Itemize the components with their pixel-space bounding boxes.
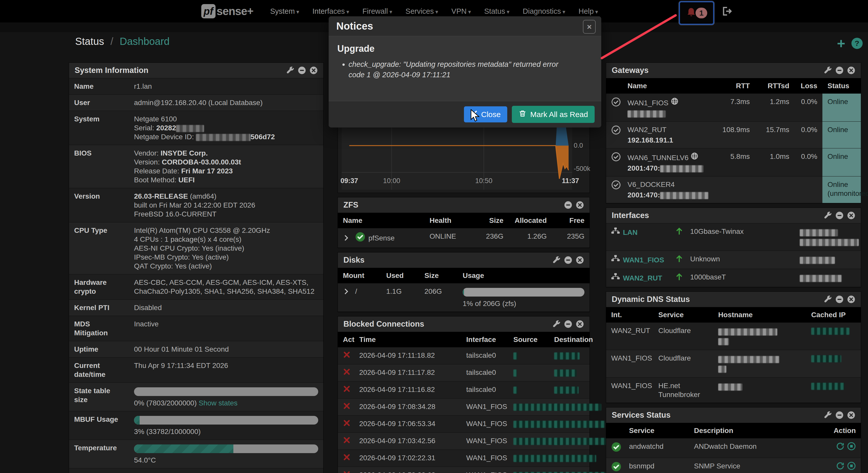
panel-title: Dynamic DNS Status <box>612 295 820 304</box>
help-icon[interactable]: ? <box>851 38 863 49</box>
main-menu: System▾Interfaces▾Firewall▾Services▾VPN▾… <box>270 7 598 16</box>
collapse-icon[interactable] <box>564 320 572 328</box>
collapse-icon[interactable] <box>564 256 572 264</box>
breadcrumb: Status / Dashboard <box>75 36 169 47</box>
close-icon[interactable] <box>576 320 584 328</box>
expand-chevron-icon[interactable] <box>343 288 349 295</box>
disk-size: 206G <box>420 283 458 312</box>
interface-up-icon <box>675 275 684 283</box>
wrench-icon[interactable] <box>287 66 294 74</box>
block-rule-icon[interactable] <box>343 453 350 461</box>
stop-service-icon[interactable] <box>847 462 856 472</box>
expand-chevron-icon[interactable] <box>343 235 349 241</box>
block-rule-icon[interactable] <box>343 402 350 410</box>
redacted-ip <box>554 352 580 359</box>
sysinfo-value: Vendor: INSYDE Corp.Version: CORDOBA-03.… <box>129 145 323 188</box>
collapse-icon[interactable] <box>564 201 572 209</box>
interface-row: WAN1_FIOSUnknown <box>606 251 861 269</box>
gateway-name: WAN1_FIOS <box>627 99 669 107</box>
blocked-interface: WAN1_FIOS <box>461 416 508 433</box>
close-icon[interactable] <box>847 211 855 219</box>
disks-col-header: Size <box>420 268 458 283</box>
menu-system[interactable]: System▾ <box>270 7 299 16</box>
logout-icon[interactable] <box>721 6 733 17</box>
close-icon[interactable] <box>576 201 584 209</box>
add-widget-icon[interactable]: + <box>837 38 845 49</box>
menu-firewall[interactable]: Firewall▾ <box>363 7 392 16</box>
notifications-button[interactable]: 1 <box>679 1 714 25</box>
wrench-icon[interactable] <box>824 296 832 303</box>
gateway-check-icon <box>611 100 621 108</box>
block-rule-icon[interactable] <box>343 419 350 427</box>
interface-up-icon <box>675 257 684 265</box>
close-icon[interactable] <box>847 411 855 419</box>
menu-help[interactable]: Help▾ <box>579 7 598 16</box>
disks-col-header: Mount <box>338 268 381 283</box>
redacted-ip <box>514 472 555 473</box>
block-rule-icon[interactable] <box>343 470 350 473</box>
blocked-connection-row: 2026-04-09 17:11:16.82tailscale0 <box>338 381 590 398</box>
menu-interfaces[interactable]: Interfaces▾ <box>312 7 349 16</box>
zfs-col-header: Allocated <box>508 213 552 228</box>
gateway-status: Online <box>823 122 861 148</box>
block-rule-icon[interactable] <box>343 436 350 444</box>
restart-service-icon[interactable] <box>836 442 844 452</box>
menu-status[interactable]: Status▾ <box>484 7 509 16</box>
close-icon[interactable] <box>576 256 584 264</box>
close-icon[interactable] <box>847 295 855 303</box>
breadcrumb-page-dashboard[interactable]: Dashboard <box>120 36 170 47</box>
redacted-text <box>718 384 742 391</box>
menu-vpn[interactable]: VPN▾ <box>452 7 471 16</box>
blocked-time: 2026-04-09 17:11:18.82 <box>354 347 461 364</box>
gateways-header: Gateways <box>606 63 861 78</box>
menu-diagnostics[interactable]: Diagnostics▾ <box>523 7 565 16</box>
notices-modal: Notices × Upgrade check_upgrade: "Updati… <box>329 16 601 127</box>
breadcrumb-section: Status <box>75 36 104 47</box>
notices-modal-header: Notices × <box>329 16 601 36</box>
show-states-link[interactable]: Show states <box>199 399 238 407</box>
sysinfo-row: MBUF Usage3% (33782/1000000) <box>69 411 323 440</box>
dyndns-hostname <box>713 350 806 378</box>
collapse-icon[interactable] <box>298 66 306 75</box>
modal-close-x-icon[interactable]: × <box>583 20 596 34</box>
menu-services[interactable]: Services▾ <box>406 7 438 16</box>
interface-name[interactable]: LAN <box>623 228 638 237</box>
redacted-text <box>718 356 779 363</box>
sysinfo-label: CPU Type <box>69 223 129 274</box>
dyndns-row: WAN1_FIOSCloudflare <box>606 350 861 378</box>
svg-text:0.0: 0.0 <box>574 142 583 149</box>
wrench-icon[interactable] <box>824 411 832 419</box>
blocked-destination <box>549 450 590 467</box>
panel-title: Interfaces <box>612 211 820 220</box>
wrench-icon[interactable] <box>553 256 560 264</box>
close-icon[interactable] <box>847 66 855 75</box>
interface-name[interactable]: WAN2_RUT <box>623 274 662 283</box>
block-rule-icon[interactable] <box>343 368 350 376</box>
redacted-ip <box>554 421 605 428</box>
sysinfo-label: Version <box>69 188 129 223</box>
pfsense-logo[interactable]: pf sense+ <box>201 4 253 18</box>
sysinfo-value: Inactive <box>129 316 323 341</box>
disks-col-header: Usage <box>458 268 590 283</box>
block-rule-icon[interactable] <box>343 351 350 358</box>
collapse-icon[interactable] <box>835 66 843 75</box>
wrench-icon[interactable] <box>824 66 832 74</box>
gateway-row: WAN2_RUT192.168.191.1108.9ms15.7ms0.0%On… <box>606 122 861 148</box>
wrench-icon[interactable] <box>824 212 832 219</box>
restart-service-icon[interactable] <box>836 462 844 472</box>
zfs-table: NameHealthSizeAllocatedFreepfSenseONLINE… <box>338 213 590 248</box>
close-icon[interactable] <box>310 66 318 75</box>
collapse-icon[interactable] <box>835 411 843 419</box>
sysinfo-value: 1.04, 0.29, 0.10 <box>129 468 323 473</box>
bell-icon <box>686 7 696 19</box>
stop-service-icon[interactable] <box>847 442 856 452</box>
system-information-panel: System InformationNamer1.lanUseradmin@19… <box>69 62 323 473</box>
collapse-icon[interactable] <box>835 211 843 219</box>
wrench-icon[interactable] <box>553 320 560 328</box>
block-rule-icon[interactable] <box>343 385 350 393</box>
interface-name[interactable]: WAN1_FIOS <box>623 256 664 264</box>
collapse-icon[interactable] <box>835 295 843 303</box>
close-button[interactable]: Close <box>464 106 507 122</box>
dynamic-dns-panel: Dynamic DNS StatusInt.ServiceHostnameCac… <box>606 291 861 403</box>
mark-all-as-read-button[interactable]: Mark All as Read <box>512 106 595 123</box>
